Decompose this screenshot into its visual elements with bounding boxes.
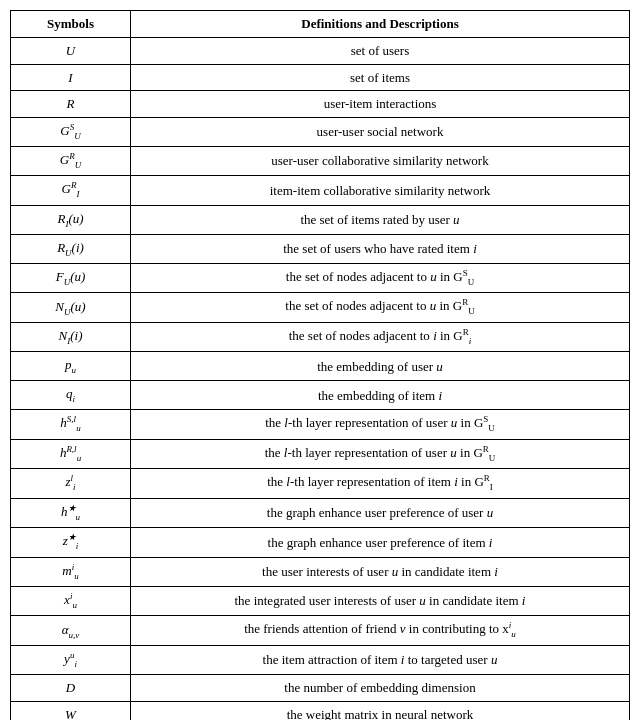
symbol-cell: R <box>11 91 131 118</box>
description-cell: the item attraction of item i to targete… <box>131 645 630 674</box>
description-cell: the l-th layer representation of item i … <box>131 469 630 498</box>
description-cell: set of users <box>131 38 630 65</box>
description-cell: the set of nodes adjacent to i in GRi <box>131 322 630 351</box>
description-cell: the set of nodes adjacent to u in GSU <box>131 263 630 292</box>
table-row: h★uthe graph enhance user preference of … <box>11 498 630 527</box>
description-cell: the set of items rated by user u <box>131 205 630 234</box>
description-cell: the graph enhance user preference of ite… <box>131 528 630 557</box>
symbol-cell: miu <box>11 557 131 586</box>
table-row: NI(i)the set of nodes adjacent to i in G… <box>11 322 630 351</box>
table-row: puthe embedding of user u <box>11 352 630 381</box>
description-cell: the weight matrix in neural network <box>131 701 630 720</box>
col-header-symbols: Symbols <box>11 11 131 38</box>
symbol-cell: zli <box>11 469 131 498</box>
symbol-cell: yui <box>11 645 131 674</box>
table-row: Wthe weight matrix in neural network <box>11 701 630 720</box>
symbol-cell: GSU <box>11 117 131 146</box>
description-cell: the set of users who have rated item i <box>131 234 630 263</box>
symbol-cell: h★u <box>11 498 131 527</box>
description-cell: the l-th layer representation of user u … <box>131 410 630 439</box>
symbol-cell: xiu <box>11 586 131 615</box>
symbol-cell: GRU <box>11 146 131 175</box>
description-cell: user-user social network <box>131 117 630 146</box>
description-cell: the embedding of user u <box>131 352 630 381</box>
symbol-cell: pu <box>11 352 131 381</box>
table-row: zlithe l-th layer representation of item… <box>11 469 630 498</box>
table-row: Uset of users <box>11 38 630 65</box>
table-row: hR,luthe l-th layer representation of us… <box>11 439 630 468</box>
symbols-table: Symbols Definitions and Descriptions Use… <box>10 10 630 720</box>
description-cell: the embedding of item i <box>131 381 630 410</box>
table-row: miuthe user interests of user u in candi… <box>11 557 630 586</box>
description-cell: the graph enhance user preference of use… <box>131 498 630 527</box>
symbol-cell: z★i <box>11 528 131 557</box>
table-row: NU(u)the set of nodes adjacent to u in G… <box>11 293 630 322</box>
table-row: GRUuser-user collaborative similarity ne… <box>11 146 630 175</box>
symbol-cell: D <box>11 675 131 702</box>
col-header-definitions: Definitions and Descriptions <box>131 11 630 38</box>
description-cell: the integrated user interests of user u … <box>131 586 630 615</box>
symbol-cell: αu,v <box>11 616 131 645</box>
table-row: GRIitem-item collaborative similarity ne… <box>11 176 630 205</box>
description-cell: the friends attention of friend v in con… <box>131 616 630 645</box>
description-cell: the user interests of user u in candidat… <box>131 557 630 586</box>
table-row: yuithe item attraction of item i to targ… <box>11 645 630 674</box>
symbol-cell: hR,lu <box>11 439 131 468</box>
description-cell: item-item collaborative similarity netwo… <box>131 176 630 205</box>
table-row: Iset of items <box>11 64 630 91</box>
table-row: GSUuser-user social network <box>11 117 630 146</box>
symbol-cell: RU(i) <box>11 234 131 263</box>
description-cell: user-user collaborative similarity netwo… <box>131 146 630 175</box>
table-row: FU(u)the set of nodes adjacent to u in G… <box>11 263 630 292</box>
symbol-cell: NI(i) <box>11 322 131 351</box>
description-cell: the l-th layer representation of user u … <box>131 439 630 468</box>
table-row: qithe embedding of item i <box>11 381 630 410</box>
symbol-cell: FU(u) <box>11 263 131 292</box>
table-row: Ruser-item interactions <box>11 91 630 118</box>
symbol-cell: NU(u) <box>11 293 131 322</box>
symbol-cell: RI(u) <box>11 205 131 234</box>
description-cell: the number of embedding dimension <box>131 675 630 702</box>
description-cell: set of items <box>131 64 630 91</box>
table-row: z★ithe graph enhance user preference of … <box>11 528 630 557</box>
table-row: hS,luthe l-th layer representation of us… <box>11 410 630 439</box>
table-row: RI(u)the set of items rated by user u <box>11 205 630 234</box>
symbol-cell: qi <box>11 381 131 410</box>
symbol-cell: U <box>11 38 131 65</box>
table-row: αu,vthe friends attention of friend v in… <box>11 616 630 645</box>
symbol-cell: I <box>11 64 131 91</box>
symbol-cell: W <box>11 701 131 720</box>
table-row: xiuthe integrated user interests of user… <box>11 586 630 615</box>
description-cell: the set of nodes adjacent to u in GRU <box>131 293 630 322</box>
table-row: RU(i)the set of users who have rated ite… <box>11 234 630 263</box>
symbol-cell: GRI <box>11 176 131 205</box>
description-cell: user-item interactions <box>131 91 630 118</box>
table-row: Dthe number of embedding dimension <box>11 675 630 702</box>
symbol-cell: hS,lu <box>11 410 131 439</box>
